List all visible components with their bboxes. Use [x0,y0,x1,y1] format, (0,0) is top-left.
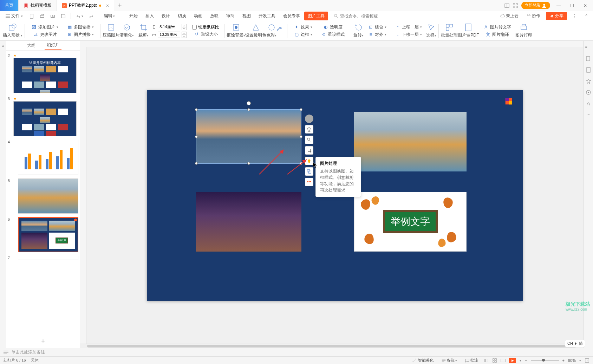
sb-copy-icon[interactable] [585,56,592,62]
zoom-out-button[interactable]: − [525,358,527,363]
notes-bar[interactable]: 单击此处添加备注 [0,348,593,356]
tab-design[interactable]: 设计 [158,12,174,20]
effect-button[interactable]: ✦效果▾ [292,24,314,31]
search-box[interactable] [334,14,389,19]
new-tab-button[interactable]: + [114,2,125,9]
tab-close-icon[interactable]: × [106,3,109,8]
remark-button[interactable]: 备注▾ [439,357,459,364]
close-window-button[interactable]: ✕ [580,1,590,11]
collab-button[interactable]: 协作 [524,12,542,20]
share-button[interactable]: 分享 [546,12,567,20]
float-layers-button[interactable] [305,125,313,134]
image-bottom-left[interactable] [196,192,301,252]
height-input[interactable] [158,24,180,30]
set-transparent-button[interactable]: 设置透明色 [245,23,266,38]
sb-more-icon[interactable]: ⋯ [585,112,592,118]
remove-bg-button[interactable]: 抠除背景▾ [227,23,245,38]
reset-style-button[interactable]: ⟲重设样式 [319,31,346,38]
canvas-viewport[interactable]: 举例文字 — ••• 图片处理 支持以图换 [86,47,583,344]
tab-home[interactable]: 首页 [0,0,19,11]
slide-thumb-3[interactable] [13,101,77,136]
image-splice-button[interactable]: ⊞图片拼接▾ [65,31,95,38]
login-button[interactable]: 立即登录 [521,2,550,9]
image-top-right[interactable] [354,112,467,171]
file-menu[interactable]: 文件▾ [3,12,26,20]
sb-clipboard-icon[interactable] [585,67,592,73]
tab-insert[interactable]: 插入 [142,12,157,20]
sb-alpha-icon[interactable] [585,100,592,107]
slide-canvas[interactable]: 举例文字 — ••• 图片处理 支持以图换 [147,90,523,301]
resize-handle[interactable] [300,135,302,138]
reset-size-button[interactable]: ↺重设大小 [193,31,219,38]
insert-shape-button[interactable]: 插入形状 ▾ [3,23,22,38]
play-dropdown[interactable]: ▾ [520,359,521,362]
float-zoom-button[interactable] [305,136,313,144]
tab-picture-tools[interactable]: 图片工具 [304,12,328,20]
edit-menu[interactable]: 编辑▾ [102,12,117,20]
minimize-button[interactable]: — [554,1,563,11]
sb-star-icon[interactable] [585,78,592,84]
transparency-button[interactable]: ◐透明度 [321,24,344,31]
zoom-slider[interactable] [531,360,559,361]
tab-transition[interactable]: 切换 [174,12,190,20]
rotate-button[interactable]: 旋转▾ [353,23,364,38]
maximize-button[interactable]: ☐ [567,1,577,11]
float-process-button[interactable] [305,157,313,165]
sidebar-expand-icon[interactable]: » [585,44,592,51]
step-up[interactable]: ▴ [182,32,187,35]
width-input[interactable] [158,32,180,38]
save-button[interactable] [59,13,68,19]
slide-thumb-4[interactable] [18,140,78,175]
sb-target-icon[interactable] [585,89,592,96]
select-button[interactable]: 选择▾ [426,23,436,38]
crop-button[interactable]: 裁剪▾ [138,23,149,38]
img-print-button[interactable]: 图片打印 [515,23,532,38]
play-button[interactable]: ▶ [509,358,516,363]
outline-tab[interactable]: 大纲 [25,42,38,49]
new-doc-button[interactable] [27,13,36,19]
to-text-button[interactable]: A图片转文字 [482,24,513,31]
image-bottom-right[interactable]: 举例文字 [354,192,467,252]
tab-animation[interactable]: 动画 [190,12,206,20]
resize-handle[interactable] [247,108,250,111]
view-normal-icon[interactable] [484,358,489,363]
beautify-button[interactable]: 智能美化 [410,357,436,364]
color-button[interactable]: 色彩▾ [266,23,276,38]
view-reading-icon[interactable] [501,358,506,363]
search-input[interactable] [340,14,389,19]
float-collapse-button[interactable]: — [305,115,313,123]
zoom-value[interactable]: 90% [568,358,576,363]
redo-button[interactable] [87,13,96,19]
change-image-button[interactable]: ⇄更改图片 [32,31,58,38]
slide-thumb-5[interactable] [18,178,78,214]
layout-icon[interactable] [504,3,509,8]
slides-list[interactable]: 2 ★ 这里是举例标题内容 3 ★ 4 [6,51,80,335]
cloud-status[interactable]: 未上云 [498,12,521,20]
resize-handle[interactable] [195,135,198,138]
lock-ratio-checkbox[interactable]: 锁定纵横比 [192,24,219,30]
collapse-ribbon[interactable]: ⌃ [582,13,590,19]
multi-outline-button[interactable]: ▦多图轮播▾ [65,24,95,31]
tab-vip[interactable]: 会员专享 [280,12,304,20]
clarity-button[interactable]: 清晰化▾ [119,23,134,38]
float-more-button[interactable]: ••• [305,178,313,186]
view-sorter-icon[interactable] [492,358,497,363]
to-pdf-button[interactable]: 图片转PDF [458,23,479,38]
print-button[interactable] [38,13,47,19]
step-up[interactable]: ▴ [182,24,187,27]
tab-dev[interactable]: 开发工具 [255,12,279,20]
selected-image[interactable] [196,109,301,164]
preview-button[interactable] [48,13,57,19]
float-swap-button[interactable] [305,167,313,176]
scrollbar-horizontal[interactable] [80,344,583,348]
undo-button[interactable]: ▾ [74,13,85,19]
tab-slideshow[interactable]: 放映 [207,12,222,20]
slides-tab[interactable]: 幻灯片 [45,41,61,50]
tab-templates[interactable]: 找稻壳模板 [19,0,57,11]
resize-handle[interactable] [195,162,198,165]
float-crop-button[interactable] [305,146,313,155]
align-button[interactable]: ≡对齐▾ [366,31,388,38]
compress-button[interactable]: 压缩图片 [103,23,119,38]
scroll-thumb[interactable] [87,345,576,347]
tab-view[interactable]: 视图 [239,12,254,20]
